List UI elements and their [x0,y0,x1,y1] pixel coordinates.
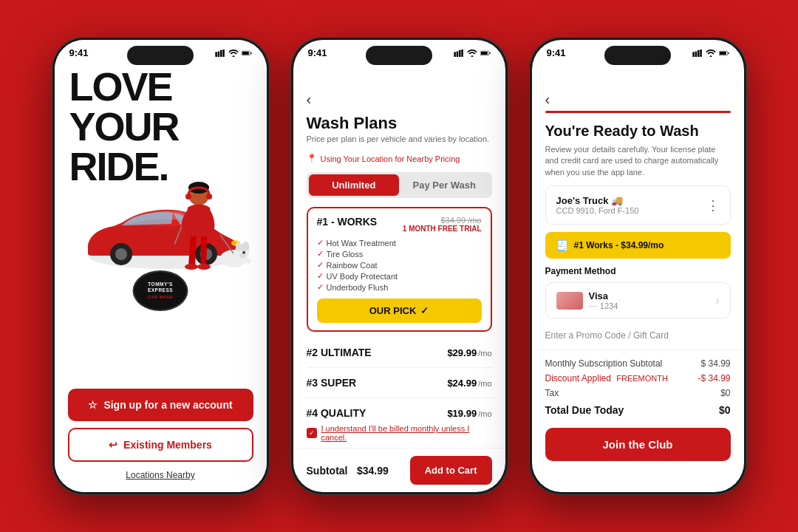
receipt-icon: 🧾 [556,239,568,251]
plan-4-price: $19.99 [447,408,477,419]
status-time-2: 9:41 [308,47,327,58]
svg-rect-39 [719,52,726,55]
hero-text: LOVE YOUR RIDE. [69,66,179,186]
svg-line-26 [220,235,233,253]
subtotal-value: $34.99 [357,465,389,477]
subtotal-bar: Subtotal $34.99 Add to Cart [293,448,505,492]
status-icons-1 [215,50,252,57]
back-button-3[interactable]: ‹ [532,91,744,111]
total-row: Total Due Today $0 [545,400,731,416]
payment-dots: ···· 1234 [589,301,618,310]
svg-rect-30 [461,50,463,57]
plan-1-card[interactable]: #1 - WORKS $34.99 /mo 1 MONTH FREE TRIAL… [307,207,492,332]
payment-section: Payment Method Visa ···· 1234 › [532,266,744,324]
tax-value: $0 [720,388,730,398]
vehicle-card: Joe's Truck 🚚 CCD 9910, Ford F-150 ⋮ [545,185,731,225]
plan-1-name: #1 - WORKS [317,216,378,228]
selected-plan-text: #1 Works - $34.99/mo [574,240,664,250]
plan-1-strike: $34.99 /mo [403,216,482,225]
plan-3-row[interactable]: #3 SUPER $24.99 /mo [307,368,492,398]
ready-subtitle: Review your details carefully. Your lice… [532,144,744,185]
plan-4-price-sub: /mo [478,409,491,418]
svg-point-9 [115,248,127,260]
subtotal-summary-label: Monthly Subscription Subtotal [545,358,663,369]
plan-4-row[interactable]: #4 QUALITY $19.99 /mo [307,398,492,418]
svg-rect-35 [695,51,697,57]
terms-checkbox[interactable]: ✓ [307,428,317,438]
red-accent [545,111,731,113]
login-icon: ↩ [109,439,117,451]
svg-rect-29 [459,50,461,56]
plans-list: #1 - WORKS $34.99 /mo 1 MONTH FREE TRIAL… [293,202,505,418]
star-icon: ☆ [88,399,98,411]
svg-point-17 [185,264,198,270]
existing-members-button[interactable]: ↩ Existing Members [68,428,253,462]
discount-value: -$ 34.99 [698,373,730,383]
plan-1-features: ✓Hot Wax Treatment ✓Tire Gloss ✓Rainbow … [317,233,482,293]
svg-rect-5 [242,52,248,55]
svg-rect-36 [698,50,700,56]
svg-rect-34 [692,52,695,57]
discount-row: Discount Applied FREEMONTH -$ 34.99 [545,371,731,386]
plan-3-price: $24.99 [447,378,477,389]
vehicle-menu-button[interactable]: ⋮ [706,197,720,214]
wash-plans-title: Wash Plans [293,111,505,134]
payment-label: Payment Method [545,266,731,276]
subtotal-label: Subtotal [307,465,348,477]
join-club-button[interactable]: Join the Club [545,428,731,461]
status-time-1: 9:41 [69,47,89,58]
brand-logo: TOMMY'S EXPRESS CAR WASH [133,270,188,311]
svg-rect-1 [217,51,219,57]
status-icons-2 [454,50,491,57]
add-to-cart-button[interactable]: Add to Cart [410,456,492,485]
discount-label: Discount Applied FREEMONTH [545,373,668,383]
svg-point-25 [239,253,245,258]
plan-2-name: #2 ULTIMATE [307,347,372,358]
svg-rect-2 [220,50,222,56]
phone-2: 9:41 ‹ Wash Plans Price per plan is per … [290,37,508,495]
payment-row[interactable]: Visa ···· 1234 › [545,282,731,318]
phone-1: 9:41 LOVE YOUR RIDE. [52,37,270,495]
order-summary: Monthly Subscription Subtotal $ 34.99 Di… [532,349,744,422]
svg-rect-33 [489,52,490,53]
terms-row[interactable]: ✓ I understand I'll be billed monthly un… [293,418,505,448]
tax-label: Tax [545,388,559,398]
svg-rect-28 [456,51,458,57]
svg-point-16 [206,194,212,200]
our-pick-button[interactable]: OUR PICK ✓ [317,299,482,323]
locations-link[interactable]: Locations Nearby [68,468,253,480]
status-icons-3 [692,50,729,57]
plan-2-row[interactable]: #2 ULTIMATE $29.99 /mo [307,338,492,368]
svg-rect-37 [700,50,702,57]
vehicle-info: Joe's Truck 🚚 CCD 9910, Ford F-150 [556,195,639,215]
wash-plans-subtitle: Price per plan is per vehicle and varies… [293,134,505,149]
visa-card-icon [556,292,583,310]
payment-brand: Visa [589,290,618,301]
vehicle-plate: CCD 9910, Ford F-150 [556,206,639,215]
terms-text[interactable]: I understand I'll be billed monthly unle… [321,424,492,442]
tab-unlimited[interactable]: Unlimited [309,174,400,196]
total-value: $0 [719,404,731,416]
dynamic-island [127,46,194,65]
svg-point-18 [197,264,211,270]
status-time-3: 9:41 [547,47,566,58]
signup-button[interactable]: ☆ Sign up for a new account [68,389,253,421]
selected-plan: 🧾 #1 Works - $34.99/mo [545,232,731,259]
subtotal-summary-row: Monthly Subscription Subtotal $ 34.99 [545,356,731,371]
plan-3-price-sub: /mo [478,379,491,388]
plan-3-name: #3 SUPER [307,377,357,389]
tab-pay-per-wash[interactable]: Pay Per Wash [399,174,490,196]
promo-code-row[interactable]: Enter a Promo Code / Gift Card [532,324,744,347]
checkmark-icon: ✓ [420,305,429,316]
svg-point-15 [185,194,191,200]
svg-rect-3 [222,50,225,57]
back-button-2[interactable]: ‹ [293,91,505,111]
phone-3: 9:41 ‹ You're Ready to Wash Review your … [529,37,747,495]
dynamic-island-2 [366,46,432,65]
svg-rect-40 [728,52,729,53]
location-pin-icon: 📍 [307,154,317,163]
svg-rect-27 [454,52,456,57]
plan-2-price: $29.99 [447,347,477,358]
tax-row: Tax $0 [545,386,731,400]
plan-2-price-sub: /mo [478,349,491,358]
